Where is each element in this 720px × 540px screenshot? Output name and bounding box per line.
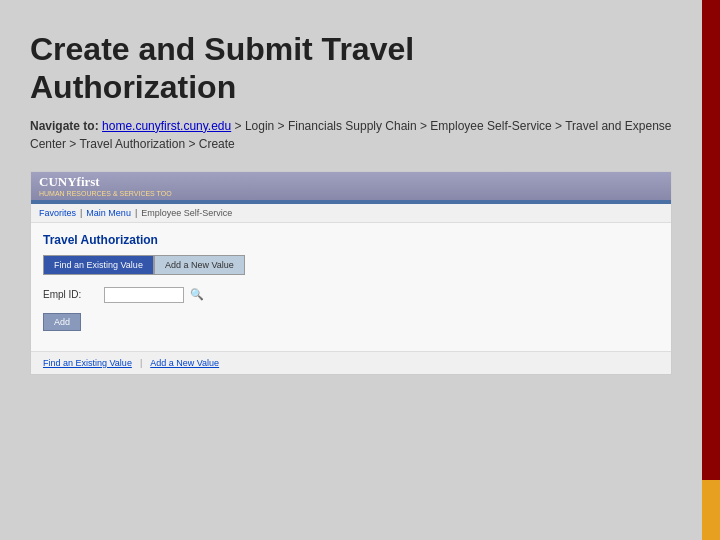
footer-add-link[interactable]: Add a New Value bbox=[150, 358, 219, 368]
navigate-label: Navigate to: bbox=[30, 119, 99, 133]
right-sidebar bbox=[702, 0, 720, 540]
empl-id-input[interactable] bbox=[104, 287, 184, 303]
search-icon[interactable]: 🔍 bbox=[190, 288, 204, 301]
page-title: Create and Submit Travel Authorization bbox=[30, 30, 672, 107]
navigate-line: Navigate to: home.cunyfirst.cuny.edu > L… bbox=[30, 117, 672, 153]
navigate-url[interactable]: home.cunyfirst.cuny.edu bbox=[102, 119, 231, 133]
ss-logo-sub: HUMAN RESOURCES & SERVICES TOO bbox=[39, 190, 172, 198]
tab-add-new[interactable]: Add a New Value bbox=[154, 255, 245, 275]
ss-field-row: Empl ID: 🔍 bbox=[43, 287, 659, 303]
ss-section-title: Travel Authorization bbox=[43, 233, 659, 247]
breadcrumb-favorites[interactable]: Favorites bbox=[39, 208, 76, 218]
ss-breadcrumb: Favorites | Main Menu | Employee Self-Se… bbox=[31, 204, 671, 223]
main-container: Create and Submit Travel Authorization N… bbox=[0, 0, 720, 540]
ss-tabs: Find an Existing Value Add a New Value bbox=[43, 255, 659, 275]
breadcrumb-current: Employee Self-Service bbox=[141, 208, 232, 218]
breadcrumb-main-menu[interactable]: Main Menu bbox=[86, 208, 131, 218]
ss-logo: CUNYfirst HUMAN RESOURCES & SERVICES TOO bbox=[39, 174, 172, 198]
footer-separator: | bbox=[140, 358, 142, 368]
tab-find-existing[interactable]: Find an Existing Value bbox=[43, 255, 154, 275]
sidebar-bottom bbox=[702, 480, 720, 540]
empl-id-label: Empl ID: bbox=[43, 289, 98, 300]
ss-body: Travel Authorization Find an Existing Va… bbox=[31, 223, 671, 351]
sidebar-top bbox=[702, 0, 720, 480]
ss-footer-links: Find an Existing Value | Add a New Value bbox=[31, 351, 671, 374]
content-area: Create and Submit Travel Authorization N… bbox=[0, 0, 702, 540]
screenshot-box: CUNYfirst HUMAN RESOURCES & SERVICES TOO… bbox=[30, 171, 672, 375]
ss-logo-text: CUNYfirst bbox=[39, 174, 172, 190]
add-button[interactable]: Add bbox=[43, 313, 81, 331]
ss-header: CUNYfirst HUMAN RESOURCES & SERVICES TOO bbox=[31, 172, 671, 200]
footer-find-link[interactable]: Find an Existing Value bbox=[43, 358, 132, 368]
